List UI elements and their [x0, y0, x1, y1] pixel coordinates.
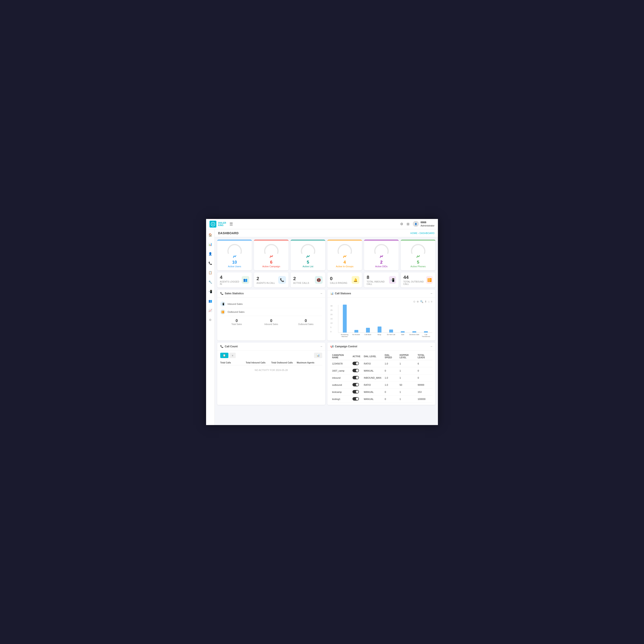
camp-active-1	[351, 367, 362, 374]
sidebar-icon-reports[interactable]: 📈	[207, 307, 213, 313]
stat2-value-0: 4	[220, 275, 242, 280]
camp-leads-4: 153	[416, 389, 432, 396]
stat-card-0: 10 Active Users	[217, 240, 252, 270]
table-row: 1607_camp MANUAL 0 1 0	[330, 367, 432, 374]
user-area: 👤 6666 Administrator	[413, 221, 434, 227]
stat-card2-2: 2 ACTIVE CALLS 📵	[291, 272, 325, 287]
call-count-title: 📞 Call Count	[220, 345, 238, 348]
bar-group-2	[362, 328, 374, 333]
chart-tool-menu[interactable]: ≡	[431, 300, 432, 303]
gauge-4	[373, 243, 390, 254]
stat2-left-2: 2 ACTIVE CALLS	[293, 276, 309, 284]
stat2-label-3: CALLS RINGING	[330, 282, 347, 284]
chart-tool-zoom-in[interactable]: ⊕	[417, 300, 419, 303]
campaign-header-row: CAMAPIGN NAMEACTIVEDIAL LEVELDIAL SPEEDH…	[330, 353, 432, 360]
campaign-table-body: 12345678 RATIO 1.0 1 6 1607_camp MANUAL …	[330, 360, 432, 403]
outbound-sales-value: 0	[289, 319, 322, 323]
callcount-table-header: Total Calls Total Inbound Calls Total Ou…	[220, 360, 322, 365]
card-icon-0	[219, 255, 250, 259]
bar-1	[354, 330, 358, 333]
bar-6	[412, 331, 416, 333]
stat-card2-4: 8 TOTAL INBOUND CALL 📲	[364, 272, 399, 287]
campaign-toggle[interactable]: −	[431, 345, 432, 348]
x-label-6: Declined Sale	[409, 334, 420, 337]
stat-card-5: 5 Active Phones	[401, 240, 435, 270]
sidebar-icon-phone[interactable]: 📞	[207, 260, 213, 266]
outbound-sales-metric-label: Outbound Sales	[289, 323, 322, 325]
sales-statistics-title: 📞 Sales Statistics	[220, 292, 244, 295]
bar-group-6	[409, 331, 420, 333]
inbound-icon: 📲	[220, 301, 225, 307]
sidebar-icon-settings[interactable]: ⚙	[207, 317, 213, 323]
col-total-outbound: Total Outbound Calls	[271, 361, 297, 364]
bar-4	[389, 330, 393, 333]
camp-dial-level-4: MANUAL	[362, 389, 383, 396]
x-label-3: Busy	[374, 334, 385, 337]
chart-tool-home[interactable]: ⌂	[428, 300, 430, 303]
y-label: 0	[330, 331, 333, 333]
avatar: 👤	[413, 221, 419, 227]
inbound-sales-row: 📲 Inbound Sales	[220, 300, 322, 308]
toggle-0[interactable]	[352, 362, 359, 365]
stats-row-1: 10 Active Users 6 Active Campaign 5 Acti…	[215, 237, 438, 270]
sidebar-icon-users[interactable]: 👤	[207, 251, 213, 257]
stat-label-5: Active Phones	[403, 265, 434, 268]
toggle-2[interactable]	[352, 376, 359, 379]
chart-tool-download[interactable]: ⬇	[425, 300, 427, 303]
app-wrapper: DIALERKING ☰ ⚙ ⊞ 👤 6666 Administrator 🏠 …	[206, 219, 438, 425]
campaign-control-panel: 📢 Campaign Control − CAMAPIGN NAMEACTIVE…	[327, 343, 435, 405]
stat2-icon-5: 📴	[426, 276, 433, 284]
stat-value-0: 10	[219, 260, 250, 265]
card-icon-2	[292, 255, 324, 259]
phone-count-icon: 📞	[220, 345, 223, 348]
grid-icon[interactable]: ⊞	[407, 222, 409, 226]
sales-toggle-button[interactable]: −	[320, 292, 322, 295]
camp-dial-level-5: MANUAL	[362, 396, 383, 403]
stat2-left-1: 2 AGENTS IN-CALL	[257, 276, 275, 284]
chart-tool-reset[interactable]: ⊙	[413, 300, 415, 303]
settings-icon[interactable]: ⚙	[400, 222, 403, 226]
outbound-sales-label: Outbound Sales	[228, 311, 245, 313]
stat-card-1: 6 Active Campaign	[254, 240, 289, 270]
camp-name-1: 1607_camp	[330, 367, 351, 374]
y-label: 5	[330, 326, 333, 328]
bar-group-1	[351, 330, 362, 333]
chart-tool-zoom-out[interactable]: 🔍	[420, 300, 423, 303]
toggle-1[interactable]	[352, 369, 359, 372]
hamburger-button[interactable]: ☰	[229, 222, 233, 226]
bottom-panels: 📞 Sales Statistics − 📲 Inbound Sales 📴 O…	[215, 287, 438, 407]
inbound-sales-metric: 0 Inbound Sales	[255, 319, 288, 325]
inbound-sales-metric-label: Inbound Sales	[255, 323, 288, 325]
sidebar: 🏠 📊 👤 📞 📋 🔧 📲 👥 📈 ⚙	[206, 229, 215, 425]
toggle-4[interactable]	[352, 390, 359, 393]
logo-text: DIALERKING	[218, 222, 226, 226]
sidebar-icon-dashboard[interactable]: 📊	[207, 241, 213, 247]
sales-statistics-panel: 📞 Sales Statistics − 📲 Inbound Sales 📴 O…	[217, 290, 325, 340]
stat-label-0: Active Users	[219, 265, 250, 268]
call-statuses-toggle[interactable]: −	[431, 292, 432, 295]
tab-chart-view[interactable]: 📊	[314, 353, 322, 358]
x-label-1: No Answer	[351, 334, 362, 337]
card-icon-1	[256, 255, 287, 259]
stat-value-2: 5	[292, 260, 324, 265]
sidebar-icon-people[interactable]: 👥	[207, 298, 213, 304]
col-total-calls: Total Calls	[220, 361, 246, 364]
sidebar-icon-filter[interactable]: 🔧	[207, 279, 213, 285]
camp-dial-level-0: RATIO	[362, 360, 383, 367]
sidebar-icon-list[interactable]: 📋	[207, 270, 213, 276]
no-activity-message: NO ACTIVITY FOR 2024-05-28	[220, 365, 322, 375]
tab-table-view[interactable]: 📋	[220, 353, 228, 358]
inbound-sales-value: 0	[255, 319, 288, 323]
campaign-icon: 📢	[330, 345, 334, 348]
tab-graph-view[interactable]: ≡	[229, 353, 236, 358]
call-count-toggle[interactable]: −	[320, 345, 322, 348]
sidebar-icon-home[interactable]: 🏠	[207, 232, 213, 238]
camp-leads-0: 6	[416, 360, 432, 367]
user-info: 6666 Administrator	[421, 221, 434, 227]
toggle-5[interactable]	[352, 397, 359, 401]
stat2-icon-1: 📞	[278, 276, 286, 284]
toggle-3[interactable]	[352, 383, 359, 386]
y-label: 25	[330, 309, 333, 311]
top-nav: DIALERKING ☰ ⚙ ⊞ 👤 6666 Administrator	[206, 219, 438, 229]
sidebar-icon-calls[interactable]: 📲	[207, 289, 213, 295]
